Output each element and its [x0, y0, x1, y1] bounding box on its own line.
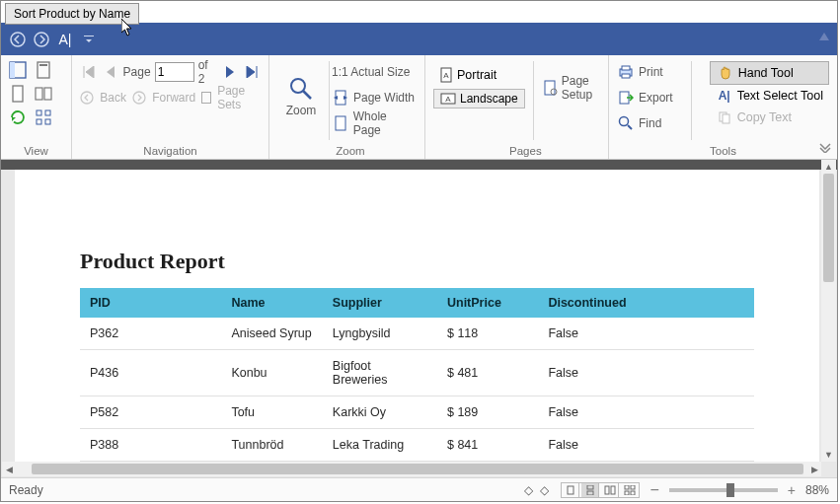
export-icon: [617, 89, 635, 107]
whole-page-button[interactable]: Whole Page: [353, 109, 417, 137]
table-row: P388TunnbrödLeka Trading$ 841False: [80, 429, 754, 462]
scroll-left-icon[interactable]: ◀: [2, 462, 16, 476]
pm-continuous-icon[interactable]: [581, 483, 599, 497]
svg-rect-42: [631, 491, 635, 495]
cell-pid: P388: [80, 429, 221, 462]
viewer-dark-strip: [1, 160, 837, 170]
portrait-label: Portrait: [457, 68, 496, 82]
pm-grid-icon[interactable]: [621, 483, 639, 497]
zoom-slider-knob[interactable]: [726, 483, 734, 497]
single-page-icon[interactable]: [9, 85, 27, 103]
cell-price: $ 481: [437, 350, 538, 396]
page-number-input[interactable]: [155, 62, 194, 82]
grid-icon[interactable]: [35, 108, 52, 126]
quickbar-dropdown-icon[interactable]: [80, 31, 98, 48]
pm-single-icon[interactable]: [562, 483, 579, 497]
group-label-zoom: Zoom: [284, 145, 417, 157]
zoom-out-icon[interactable]: −: [649, 481, 658, 499]
scroll-up-icon[interactable]: ▲: [821, 160, 836, 174]
group-label-tools: Tools: [609, 145, 837, 157]
cell-supplier: Leka Trading: [323, 429, 437, 462]
svg-point-16: [291, 79, 305, 93]
cell-disc: False: [538, 429, 754, 462]
col-pid: PID: [80, 288, 221, 318]
svg-rect-6: [39, 64, 47, 66]
nav-forward-icon[interactable]: [33, 31, 50, 48]
status-text: Ready: [9, 483, 43, 497]
zoom-in-icon[interactable]: +: [788, 482, 796, 498]
whole-page-icon: [332, 114, 349, 132]
cell-pid: P362: [80, 318, 221, 350]
forward-icon: [132, 89, 146, 107]
zoom-slider[interactable]: [669, 488, 778, 492]
cell-supplier: Bigfoot Breweries: [323, 350, 437, 396]
page-width-icon: [332, 89, 349, 107]
text-cursor-icon[interactable]: A|: [56, 31, 74, 48]
table-row: P582TofuKarkki Oy$ 189False: [80, 396, 754, 429]
ribbon-collapse-icon[interactable]: [819, 143, 831, 155]
diamond-nav[interactable]: ◇ ◇: [524, 483, 551, 497]
horizontal-scrollbar[interactable]: ◀ ▶: [2, 462, 821, 476]
last-page-icon[interactable]: [243, 63, 261, 81]
outline-panel-icon[interactable]: [9, 61, 27, 79]
svg-rect-2: [84, 36, 94, 36]
find-icon: [617, 114, 635, 132]
portrait-button[interactable]: A Portrait: [433, 65, 525, 85]
cell-disc: False: [538, 396, 754, 429]
svg-rect-9: [44, 88, 51, 100]
text-select-icon: A|: [716, 87, 733, 105]
svg-rect-7: [13, 86, 23, 102]
report-title: Product Report: [80, 249, 754, 274]
pm-two-icon[interactable]: [601, 483, 619, 497]
page-label: Page: [123, 65, 151, 79]
landscape-label: Landscape: [460, 92, 518, 106]
export-button[interactable]: Export: [639, 91, 673, 105]
back-icon: [80, 89, 94, 107]
back-button: Back: [100, 91, 126, 105]
col-name: Name: [221, 288, 322, 318]
hand-tool-button[interactable]: Hand Tool: [710, 61, 829, 85]
svg-point-1: [35, 33, 48, 46]
cell-disc: False: [538, 318, 754, 350]
page-setup-button[interactable]: Page Setup: [562, 74, 600, 102]
text-select-button[interactable]: A| Text Select Tool: [710, 85, 829, 107]
prev-page-icon[interactable]: [102, 63, 119, 81]
hscroll-thumb[interactable]: [32, 464, 803, 474]
svg-rect-24: [545, 81, 555, 95]
cell-disc: False: [538, 350, 754, 396]
col-supplier: Supplier: [323, 288, 437, 318]
hand-icon: [717, 64, 734, 82]
cell-name: Tunnbröd: [221, 429, 322, 462]
scroll-down-icon[interactable]: ▼: [821, 448, 836, 462]
vscroll-thumb[interactable]: [823, 174, 834, 282]
cell-price: $ 841: [437, 429, 538, 462]
ribbon: View Page of 2 Back Forward: [1, 55, 837, 160]
next-page-icon[interactable]: [221, 63, 239, 81]
svg-line-17: [303, 91, 311, 99]
svg-rect-35: [587, 485, 593, 489]
pagesets-checkbox[interactable]: [201, 92, 211, 104]
first-page-icon[interactable]: [80, 63, 98, 81]
print-button[interactable]: Print: [639, 65, 663, 79]
vertical-scrollbar[interactable]: ▲ ▼: [821, 160, 836, 462]
group-label-pages: Pages: [451, 145, 600, 157]
svg-rect-36: [587, 491, 593, 495]
viewer-area: Product Report PID Name Supplier UnitPri…: [1, 160, 837, 477]
landscape-button[interactable]: A Landscape: [433, 89, 525, 108]
refresh-icon[interactable]: [9, 108, 27, 126]
forward-button: Forward: [152, 91, 195, 105]
ribbon-min-arrow-icon[interactable]: [819, 30, 829, 43]
report-table: PID Name Supplier UnitPrice Discontinued…: [80, 288, 754, 462]
svg-rect-40: [631, 485, 635, 489]
thumbnails-panel-icon[interactable]: [35, 61, 52, 79]
two-page-icon[interactable]: [35, 85, 52, 103]
actual-size-button[interactable]: 1:1 Actual Size: [332, 65, 410, 79]
nav-back-icon[interactable]: [9, 31, 27, 48]
sort-product-button[interactable]: Sort Product by Name: [5, 3, 139, 25]
find-button[interactable]: Find: [639, 116, 661, 130]
zoom-button[interactable]: Zoom: [277, 61, 325, 132]
scroll-right-icon[interactable]: ▶: [807, 462, 821, 476]
page-width-button[interactable]: Page Width: [353, 91, 415, 105]
copy-icon: [716, 108, 733, 126]
page-view-mode[interactable]: [561, 482, 640, 498]
